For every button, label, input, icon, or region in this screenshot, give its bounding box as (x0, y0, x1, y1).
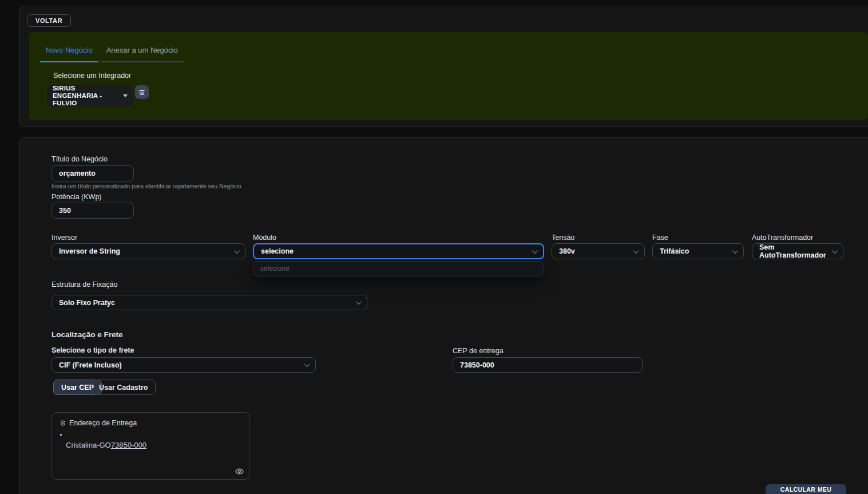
modulo-dropdown-option[interactable]: selecione (253, 262, 544, 276)
deal-title-label: Título do Negócio (51, 155, 108, 163)
inversor-value: Inversor de String (59, 247, 120, 255)
tab-bar: Novo Negócio Anexar a um Negócio (40, 44, 186, 62)
delivery-address-title: Endereço de Entrega (69, 419, 137, 427)
chevron-down-icon (633, 248, 639, 254)
integrator-panel: Novo Negócio Anexar a um Negócio Selecio… (29, 32, 868, 120)
integrator-label: Selecione um Integrador (53, 72, 131, 80)
chevron-down-icon (732, 248, 738, 254)
chevron-down-icon (234, 248, 240, 254)
tensao-select[interactable]: 380v (552, 243, 645, 259)
deal-form-card: Título do Negócio orçamento Insira um tí… (19, 137, 868, 494)
delivery-address-header: Endereço de Entrega (60, 419, 137, 427)
page: VOLTAR Novo Negócio Anexar a um Negócio … (0, 0, 868, 494)
freight-section-title: Localização e Frete (51, 330, 123, 339)
inversor-label: Inversor (51, 234, 77, 242)
fase-select[interactable]: Trifásico (652, 243, 744, 259)
estrutura-value: Solo Fixo Pratyc (59, 299, 115, 307)
inversor-select[interactable]: Inversor de String (51, 243, 245, 259)
autotransformador-label: AutoTransformador (752, 234, 813, 242)
estrutura-select[interactable]: Solo Fixo Pratyc (51, 295, 367, 310)
autotransformador-value: Sem AutoTransformador (759, 243, 827, 259)
freight-type-label: Selecione o tipo de frete (51, 346, 134, 354)
tensao-label: Tensão (552, 234, 574, 242)
power-input[interactable]: 350 (51, 203, 134, 219)
caret-down-icon (123, 94, 128, 97)
integrator-selected-value: SIRIUS ENGENHARIA - FULVIO (53, 85, 120, 108)
modulo-value: selecione (261, 247, 294, 255)
chevron-down-icon (356, 299, 362, 305)
address-city: Cristalina-GO (66, 441, 111, 449)
deal-title-helper: Insira um título personalizado para iden… (51, 183, 241, 189)
integrator-card: VOLTAR Novo Negócio Anexar a um Negócio … (19, 6, 868, 127)
trash-icon (138, 89, 145, 96)
remove-integrator-button[interactable] (135, 85, 149, 99)
cep-label: CEP de entrega (453, 347, 504, 355)
modulo-select[interactable]: selecione (253, 243, 544, 259)
deal-title-input[interactable]: orçamento (51, 165, 134, 181)
chevron-down-icon (832, 248, 838, 254)
power-label: Potência (KWp) (51, 193, 102, 201)
fase-value: Trifásico (660, 247, 689, 255)
use-registry-button[interactable]: Usar Cadastro (91, 380, 156, 395)
cep-input[interactable]: 73850-000 (453, 357, 643, 373)
bullet-dot (60, 434, 62, 436)
map-pin-icon (60, 420, 66, 427)
calculate-system-button[interactable]: CALCULAR MEU SISTEMA (766, 484, 846, 494)
integrator-select[interactable]: SIRIUS ENGENHARIA - FULVIO (47, 85, 133, 106)
delivery-address-card: Endereço de Entrega Cristalina-GO73850-0… (51, 412, 249, 480)
tab-anexar-negocio[interactable]: Anexar a um Negócio (101, 44, 184, 62)
tensao-value: 380v (559, 247, 575, 255)
estrutura-label: Estrutura de Fixação (51, 280, 117, 289)
address-cep-link[interactable]: 73850-000 (111, 441, 146, 449)
autotransformador-select[interactable]: Sem AutoTransformador (752, 243, 843, 259)
back-button[interactable]: VOLTAR (27, 14, 71, 27)
modulo-label: Módulo (253, 234, 276, 242)
eye-icon (235, 467, 244, 476)
delivery-address-line: Cristalina-GO73850-000 (66, 441, 146, 449)
modulo-dropdown: selecione (253, 261, 544, 276)
freight-type-value: CIF (Frete Incluso) (59, 361, 122, 369)
freight-type-select[interactable]: CIF (Frete Incluso) (51, 357, 316, 373)
chevron-down-icon (304, 361, 310, 367)
view-address-button[interactable] (235, 467, 244, 476)
tab-novo-negocio[interactable]: Novo Negócio (40, 44, 98, 62)
fase-label: Fase (652, 234, 668, 242)
chevron-down-icon (532, 248, 538, 254)
